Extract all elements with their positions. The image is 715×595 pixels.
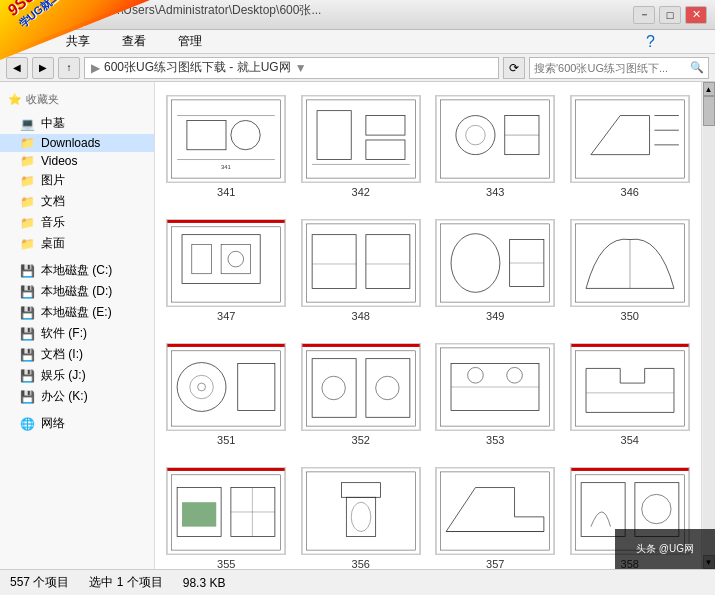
file-thumbnail xyxy=(301,219,421,307)
documents-folder-icon: 📁 xyxy=(20,195,35,209)
sidebar-item-label: 本地磁盘 (D:) xyxy=(41,283,112,300)
bottom-watermark-text: 头条 @UG网 xyxy=(636,542,694,556)
file-name-label: 350 xyxy=(621,310,639,322)
sidebar-item-drive-c[interactable]: 💾 本地磁盘 (C:) xyxy=(0,260,154,281)
file-thumbnail: 341 xyxy=(166,95,286,183)
selected-items-label: 选中 1 个项目 xyxy=(89,574,162,591)
drive-f-icon: 💾 xyxy=(20,327,35,341)
file-item[interactable]: 357 xyxy=(430,460,561,569)
sidebar-item-drive-e[interactable]: 💾 本地磁盘 (E:) xyxy=(0,302,154,323)
file-name-label: 353 xyxy=(486,434,504,446)
file-thumbnail xyxy=(570,343,690,431)
file-name-label: 351 xyxy=(217,434,235,446)
network-icon: 🌐 xyxy=(20,417,35,431)
file-item[interactable]: 341341 xyxy=(161,88,292,208)
sidebar-item-label: 桌面 xyxy=(41,235,65,252)
file-thumbnail xyxy=(435,219,555,307)
sidebar-item-label: 中墓 xyxy=(41,115,65,132)
scrollbar[interactable]: ▲ ▼ xyxy=(701,82,715,569)
file-item[interactable]: 343 xyxy=(430,88,561,208)
sidebar-item-desktop[interactable]: 📁 桌面 xyxy=(0,233,154,254)
file-item[interactable]: 354 xyxy=(565,336,696,456)
svg-rect-65 xyxy=(571,344,688,430)
file-item[interactable]: 352 xyxy=(296,336,427,456)
menu-share[interactable]: 共享 xyxy=(60,31,96,52)
svg-text:341: 341 xyxy=(221,164,231,170)
sidebar-item-label: Videos xyxy=(41,154,77,168)
help-button[interactable]: ? xyxy=(646,33,655,51)
menu-view[interactable]: 查看 xyxy=(116,31,152,52)
svg-rect-66 xyxy=(571,344,688,347)
search-input[interactable] xyxy=(534,62,690,74)
sidebar-item-label: 文档 xyxy=(41,193,65,210)
scroll-up-button[interactable]: ▲ xyxy=(703,82,715,96)
sidebar-item-downloads[interactable]: 📁 Downloads xyxy=(0,134,154,152)
videos-folder-icon: 📁 xyxy=(20,154,35,168)
sidebar-item-label: 网络 xyxy=(41,415,65,432)
sidebar-item-label: 文档 (I:) xyxy=(41,346,83,363)
favorites-label: 收藏夹 xyxy=(26,92,59,107)
refresh-button[interactable]: ⟳ xyxy=(503,57,525,79)
close-button[interactable]: ✕ xyxy=(685,6,707,24)
sidebar-item-videos[interactable]: 📁 Videos xyxy=(0,152,154,170)
sidebar-item-documents[interactable]: 📁 文档 xyxy=(0,191,154,212)
file-item[interactable]: 346 xyxy=(565,88,696,208)
sidebar-item-drive-d[interactable]: 💾 本地磁盘 (D:) xyxy=(0,281,154,302)
sidebar-item-network[interactable]: 🌐 网络 xyxy=(0,413,154,434)
sidebar-item-computer[interactable]: 💻 中墓 xyxy=(0,113,154,134)
search-box[interactable]: 🔍 xyxy=(529,57,709,79)
address-input[interactable]: ▶ 600张UG练习图纸下载 - 就上UG网 ▼ xyxy=(84,57,499,79)
sidebar-item-label: Downloads xyxy=(41,136,100,150)
star-icon: ⭐ xyxy=(8,93,22,106)
sidebar-item-drive-j[interactable]: 💾 娱乐 (J:) xyxy=(0,365,154,386)
file-item[interactable]: 347 xyxy=(161,212,292,332)
svg-rect-82 xyxy=(437,468,554,554)
search-icon[interactable]: 🔍 xyxy=(690,61,704,74)
pictures-folder-icon: 📁 xyxy=(20,174,35,188)
sidebar-item-music[interactable]: 📁 音乐 xyxy=(0,212,154,233)
file-item[interactable]: 349 xyxy=(430,212,561,332)
sidebar-item-drive-i[interactable]: 💾 文档 (I:) xyxy=(0,344,154,365)
file-thumbnail xyxy=(435,467,555,555)
svg-rect-77 xyxy=(302,468,419,554)
file-name-label: 342 xyxy=(352,186,370,198)
svg-rect-86 xyxy=(571,468,688,471)
up-button[interactable]: ↑ xyxy=(58,57,80,79)
file-thumbnail xyxy=(301,467,421,555)
music-folder-icon: 📁 xyxy=(20,216,35,230)
file-name-label: 354 xyxy=(621,434,639,446)
file-item[interactable]: 348 xyxy=(296,212,427,332)
file-thumbnail xyxy=(435,343,555,431)
file-name-label: 346 xyxy=(621,186,639,198)
file-item[interactable]: 355 xyxy=(161,460,292,569)
menu-bar: 共享 查看 管理 ? xyxy=(0,30,715,54)
maximize-button[interactable]: □ xyxy=(659,6,681,24)
address-path-text: 600张UG练习图纸下载 - 就上UG网 xyxy=(104,59,291,76)
status-bar: 557 个项目 选中 1 个项目 98.3 KB xyxy=(0,569,715,595)
sidebar-item-drive-k[interactable]: 💾 办公 (K:) xyxy=(0,386,154,407)
file-item[interactable]: 353 xyxy=(430,336,561,456)
downloads-folder-icon: 📁 xyxy=(20,136,35,150)
sidebar-item-pictures[interactable]: 📁 图片 xyxy=(0,170,154,191)
file-item[interactable]: 350 xyxy=(565,212,696,332)
sidebar-item-label: 本地磁盘 (E:) xyxy=(41,304,112,321)
file-item[interactable]: 351 xyxy=(161,336,292,456)
sidebar-item-label: 音乐 xyxy=(41,214,65,231)
svg-rect-7 xyxy=(302,96,419,182)
file-item[interactable]: 342 xyxy=(296,88,427,208)
address-bar: ◀ ▶ ↑ ▶ 600张UG练习图纸下载 - 就上UG网 ▼ ⟳ 🔍 xyxy=(0,54,715,82)
forward-button[interactable]: ▶ xyxy=(32,57,54,79)
drive-c-icon: 💾 xyxy=(20,264,35,278)
sidebar-item-drive-f[interactable]: 💾 软件 (F:) xyxy=(0,323,154,344)
file-name-label: 356 xyxy=(352,558,370,569)
total-items-label: 557 个项目 xyxy=(10,574,69,591)
svg-rect-46 xyxy=(168,344,285,347)
svg-rect-73 xyxy=(182,502,216,526)
file-name-label: 343 xyxy=(486,186,504,198)
sidebar-item-label: 办公 (K:) xyxy=(41,388,88,405)
minimize-button[interactable]: － xyxy=(633,6,655,24)
back-button[interactable]: ◀ xyxy=(6,57,28,79)
scroll-thumb[interactable] xyxy=(703,96,715,126)
menu-manage[interactable]: 管理 xyxy=(172,31,208,52)
file-item[interactable]: 356 xyxy=(296,460,427,569)
